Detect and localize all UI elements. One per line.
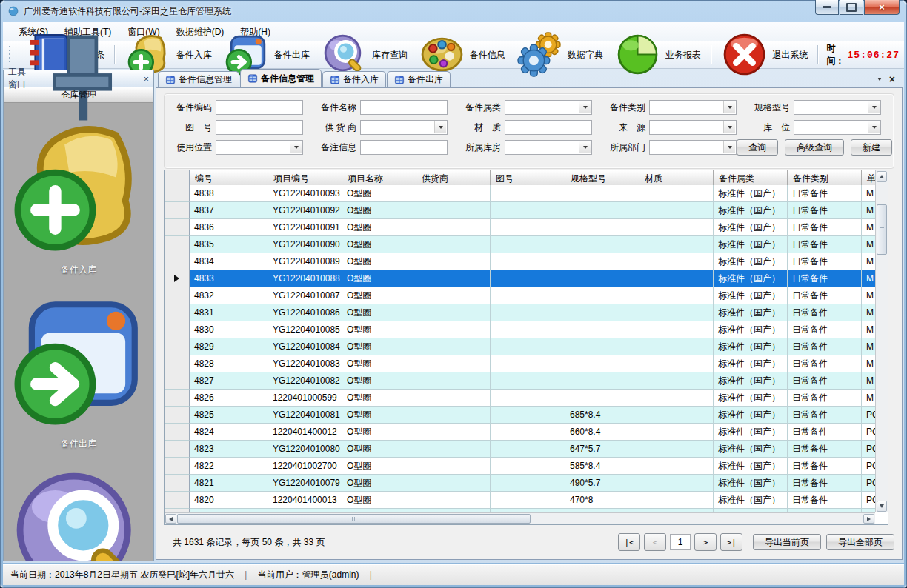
last-page-button[interactable]: >| [720,533,742,551]
table-row[interactable]: 4823YG12204010080O型圈647*5.7标准件（国产）日常备件PC [165,441,875,458]
scroll-left-button[interactable] [165,514,176,524]
column-header-category[interactable]: 备件属类 [714,170,788,185]
table-row[interactable]: 4838YG12204010093O型圈标准件（国产）日常备件M [165,185,875,202]
table-row[interactable]: 4837YG12204010092O型圈标准件（国产）日常备件M [165,202,875,219]
spare-category-select[interactable] [649,100,737,115]
row-selector[interactable] [165,492,190,509]
spare-name-input[interactable] [360,100,448,115]
column-header-drawing_no[interactable]: 图号 [491,170,565,185]
row-selector[interactable] [165,407,190,424]
first-page-button[interactable]: |< [618,533,640,551]
table-row[interactable]: 4836YG12204010091O型圈标准件（国产）日常备件M [165,219,875,236]
usage-position-select[interactable] [216,140,303,155]
tab-parts-outbound[interactable]: 备件出库 [387,71,451,87]
table-row[interactable]: 4831YG12204010086O型圈标准件（国产）日常备件M [165,304,875,321]
close-button[interactable]: × [864,0,900,15]
table-row[interactable]: 4829YG12204010084O型圈标准件（国产）日常备件M [165,338,875,355]
tab-parts-info-management-1[interactable]: 备件信息管理 [158,71,239,87]
column-header-material[interactable]: 材质 [639,170,714,185]
row-selector[interactable] [165,270,190,287]
row-selector[interactable] [165,355,190,372]
row-selector[interactable] [165,441,190,458]
tool-window-panel: 工具窗口 × 仓库管理 备件入库 备件出库 [3,70,154,561]
table-row[interactable]: 48261220401000599O型圈标准件（国产）日常备件M [165,390,875,407]
material-input[interactable] [505,120,592,135]
row-selector[interactable] [165,236,190,253]
minimize-button[interactable] [815,0,839,15]
table-row[interactable]: 4825YG12204010081O型圈685*8.4标准件（国产）日常备件PC [165,407,875,424]
spare-attribute-select[interactable] [505,100,592,115]
vertical-scrollbar[interactable] [875,170,888,512]
row-selector[interactable] [165,372,190,390]
maximize-button[interactable] [840,0,863,15]
table-row[interactable]: 4828YG12204010083O型圈标准件（国产）日常备件M [165,355,875,372]
sidebar-item-parts-outbound[interactable]: 备件出库 [4,276,153,450]
title-bar[interactable]: 广州爱奇迪软件科技有限公司-深田之星仓库管理系统 [0,0,907,22]
horizontal-scroll-thumb[interactable] [177,514,531,524]
supplier-select[interactable] [360,120,448,135]
table-row[interactable]: 4830YG12204010085O型圈标准件（国产）日常备件M [165,321,875,338]
column-header-supplier[interactable]: 供货商 [416,170,491,185]
row-selector[interactable] [165,202,190,219]
row-selector[interactable] [165,219,190,236]
column-header-selector[interactable] [165,170,190,185]
row-selector[interactable] [165,475,190,492]
scroll-down-button[interactable] [877,501,887,512]
column-header-type[interactable]: 备件类别 [788,170,862,185]
column-header-unit[interactable]: 单位 [862,170,875,185]
row-selector[interactable] [165,185,190,202]
tab-parts-info-management-2[interactable]: 备件信息管理 [240,69,322,87]
column-header-project_name[interactable]: 项目名称 [342,170,416,185]
remark-input[interactable] [360,140,448,155]
query-button[interactable]: 查询 [737,139,778,156]
row-selector[interactable] [165,253,190,270]
spec-model-select[interactable] [794,100,881,115]
tab-list-dropdown-button[interactable] [877,78,882,81]
column-header-project_no[interactable]: 项目编号 [268,170,342,185]
row-selector[interactable] [165,338,190,355]
table-row[interactable]: 4833YG12204010088O型圈标准件（国产）日常备件M [165,270,875,287]
source-select[interactable] [649,120,737,135]
row-selector[interactable] [165,287,190,304]
column-header-spec[interactable]: 规格型号 [565,170,639,185]
horizontal-scrollbar[interactable] [165,512,875,524]
row-selector[interactable] [165,458,190,475]
table-row[interactable]: 4835YG12204010090O型圈标准件（国产）日常备件M [165,236,875,253]
row-selector[interactable] [165,304,190,321]
row-selector[interactable] [165,424,190,441]
vertical-scroll-thumb[interactable] [877,204,887,255]
table-row[interactable]: 4834YG12204010089O型圈标准件（国产）日常备件M [165,253,875,270]
table-row[interactable]: 48241220401400012O型圈660*8.4标准件（国产）日常备件PC [165,424,875,441]
page-number-input[interactable] [670,534,691,550]
location-select[interactable] [794,120,881,135]
table-row[interactable]: 4821YG12204010079O型圈490*5.7标准件（国产）日常备件PC [165,475,875,492]
close-icon[interactable]: × [143,75,149,83]
toolbar-grip-handle[interactable] [9,46,10,64]
spare-code-input[interactable] [216,100,303,115]
drawing-no-input[interactable] [216,120,303,135]
row-selector[interactable] [165,390,190,407]
export-current-page-button[interactable]: 导出当前页 [753,534,821,550]
advanced-query-button[interactable]: 高级查询 [785,139,844,156]
table-row[interactable]: 48201220401400013O型圈470*8标准件（国产）日常备件PC [165,492,875,509]
column-header-id[interactable]: 编号 [190,170,268,185]
cell-supplier [416,304,491,321]
table-row[interactable]: 4832YG12204010087O型圈标准件（国产）日常备件M [165,287,875,304]
export-all-pages-button[interactable]: 导出全部页 [826,534,894,550]
table-row[interactable]: 4827YG12204010082O型圈标准件（国产）日常备件M [165,372,875,390]
sidebar-item-parts-inbound[interactable]: 备件入库 [4,102,153,276]
row-selector[interactable] [165,321,190,338]
cell-drawing_no [491,390,565,407]
table-row[interactable]: 48221220401002700O型圈585*8.4标准件（国产）日常备件PC [165,458,875,475]
new-button[interactable]: 新建 [851,139,892,156]
field-label: 备件编码 [169,101,212,114]
tab-parts-inbound[interactable]: 备件入库 [322,71,386,87]
warehouse-select[interactable] [505,140,592,155]
next-page-button[interactable]: > [694,533,717,551]
scroll-up-button[interactable] [877,171,887,182]
tab-close-button[interactable]: × [889,76,895,83]
scroll-right-button[interactable] [863,514,874,524]
prev-page-button[interactable]: < [644,533,666,551]
department-select[interactable] [649,140,737,155]
sidebar-item-inventory-query[interactable]: 库存查询 [4,450,153,561]
